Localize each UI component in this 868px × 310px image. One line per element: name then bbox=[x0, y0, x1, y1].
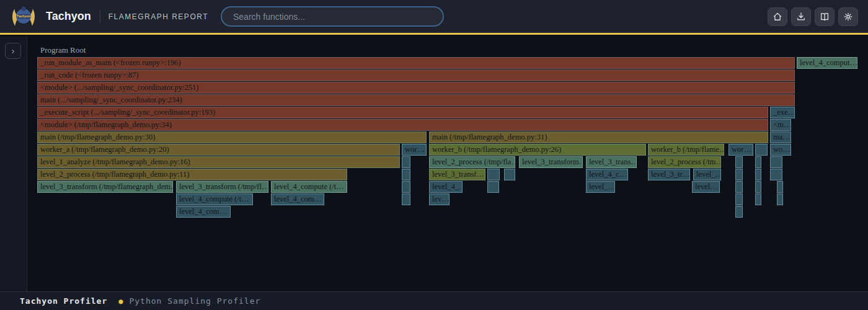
status-app-name: Tachyon Profiler bbox=[20, 296, 107, 306]
flame-bar[interactable] bbox=[735, 181, 743, 193]
flame-bar[interactable] bbox=[402, 181, 410, 193]
flame-bar[interactable]: <m… bbox=[770, 119, 791, 131]
flame-bar[interactable]: worker_a (/tmp/flamegraph_demo.py:20) bbox=[37, 144, 400, 156]
flame-bar[interactable]: level_2_process (/tmp/flamegraph_demo.py… bbox=[37, 169, 347, 180]
flame-bar[interactable]: <module> (.../sampling/_sync_coordinator… bbox=[37, 82, 795, 94]
flame-bar[interactable]: worker_b (/tmp/flamegraph_demo.py:26) bbox=[429, 144, 646, 156]
flame-bar[interactable]: wo… bbox=[770, 144, 791, 156]
flame-bar[interactable]: level_3_trans… bbox=[586, 156, 637, 168]
status-description: Python Sampling Profiler bbox=[129, 296, 260, 306]
flame-bar[interactable]: level_3_transform… bbox=[519, 156, 583, 168]
flame-bar[interactable] bbox=[770, 156, 782, 168]
flame-bar[interactable]: lev… bbox=[429, 193, 450, 205]
flame-bar[interactable]: <module> (/tmp/flamegraph_demo.py:34) bbox=[37, 119, 768, 131]
flame-bar[interactable] bbox=[735, 193, 743, 205]
flame-bar[interactable]: level_3_transform (/tmp/flamegraph_dem… bbox=[37, 181, 173, 193]
flame-bar[interactable] bbox=[402, 156, 410, 168]
flame-bar[interactable] bbox=[487, 181, 499, 193]
flame-bar[interactable]: _run_module_as_main (<frozen runpy>:196) bbox=[37, 57, 795, 69]
flame-bar[interactable] bbox=[755, 181, 761, 193]
flame-bar[interactable] bbox=[402, 169, 410, 180]
flame-bar[interactable]: worker_b (/tmp/flame… bbox=[648, 144, 724, 156]
flame-bar[interactable]: level_… bbox=[693, 169, 721, 180]
flamegraph: _run_module_as_main (<frozen runpy>:196)… bbox=[0, 0, 868, 310]
flame-bar[interactable] bbox=[755, 144, 768, 156]
flame-bar[interactable] bbox=[504, 169, 515, 180]
flame-bar[interactable] bbox=[402, 193, 410, 205]
flame-bar[interactable]: level_… bbox=[586, 181, 615, 193]
flame-bar[interactable] bbox=[487, 169, 500, 180]
flame-bar[interactable] bbox=[755, 169, 761, 180]
flame-bar[interactable]: level_1_analyze (/tmp/flamegraph_demo.py… bbox=[37, 156, 400, 168]
flame-bar[interactable] bbox=[755, 156, 761, 168]
flame-bar[interactable]: level_4_compute (/t… bbox=[176, 193, 253, 205]
flame-bar[interactable]: level_2_process (/tmp/fla… bbox=[429, 156, 515, 168]
flame-bar[interactable]: level_3_transform (/tmp/fl… bbox=[176, 181, 268, 193]
flame-bar[interactable] bbox=[777, 193, 783, 205]
flame-bar[interactable]: level_4_com… bbox=[271, 193, 324, 205]
flame-bar[interactable] bbox=[755, 193, 761, 205]
flame-bar[interactable]: _exe… bbox=[770, 107, 795, 118]
flame-bar[interactable] bbox=[735, 206, 743, 218]
flame-bar[interactable]: level_4_compute (/t… bbox=[271, 181, 347, 193]
flame-bar[interactable] bbox=[735, 169, 743, 180]
flame-bar[interactable]: level_2_process (/tm… bbox=[648, 156, 721, 168]
flame-bar[interactable]: ma… bbox=[770, 131, 791, 143]
flame-bar[interactable]: wor… bbox=[402, 144, 427, 156]
flame-bar[interactable]: level… bbox=[692, 181, 720, 193]
status-dot-icon: ● bbox=[118, 297, 123, 306]
flame-bar[interactable]: level_4_com… bbox=[176, 206, 231, 218]
flame-bar[interactable]: _execute_script (.../sampling/_sync_coor… bbox=[37, 107, 768, 118]
flame-bar[interactable] bbox=[735, 156, 743, 168]
status-bar: Tachyon Profiler ● Python Sampling Profi… bbox=[0, 291, 868, 310]
flame-bar[interactable]: _run_code (<frozen runpy>:87) bbox=[37, 69, 795, 81]
flame-bar[interactable]: main (.../sampling/_sync_coordinator.py:… bbox=[37, 94, 795, 106]
flame-bar[interactable]: level_3_transf… bbox=[429, 169, 485, 180]
flame-bar[interactable]: level_3_tr… bbox=[648, 169, 690, 180]
flame-bar[interactable] bbox=[770, 169, 782, 180]
flame-bar[interactable] bbox=[777, 181, 783, 193]
flame-bar[interactable]: level_4_comput… bbox=[797, 57, 857, 69]
flame-bar[interactable]: level_4_c… bbox=[586, 169, 628, 180]
app-window: Tachyon Tachyon FLAMEGRAPH REPORT bbox=[0, 0, 868, 310]
flame-bar[interactable]: level_4_… bbox=[429, 181, 463, 193]
flame-bar[interactable]: wor… bbox=[728, 144, 753, 156]
flame-bar[interactable]: main (/tmp/flamegraph_demo.py:30) bbox=[37, 131, 427, 143]
flame-bar[interactable]: main (/tmp/flamegraph_demo.py:31) bbox=[429, 131, 768, 143]
